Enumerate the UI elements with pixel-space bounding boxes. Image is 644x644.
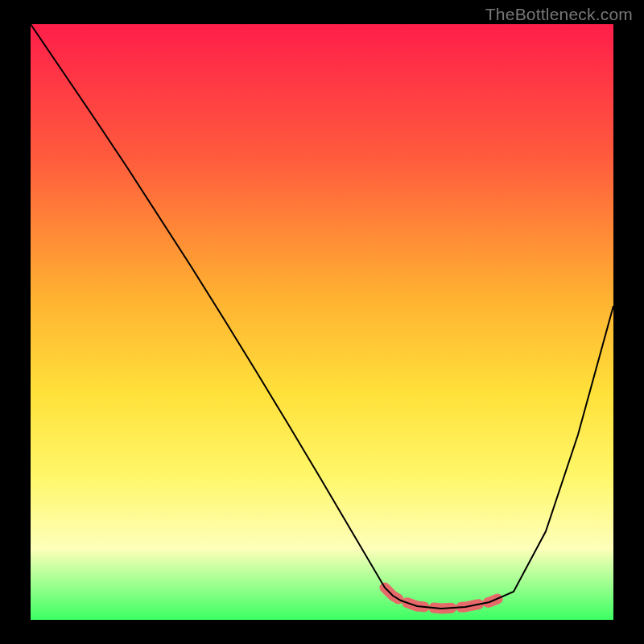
chart-frame: TheBottleneck.com [0, 0, 644, 644]
chart-svg [31, 24, 613, 620]
main-curve [31, 24, 613, 609]
plot-area [31, 24, 613, 620]
watermark-text: TheBottleneck.com [485, 5, 633, 24]
highlight-segment [385, 588, 497, 609]
